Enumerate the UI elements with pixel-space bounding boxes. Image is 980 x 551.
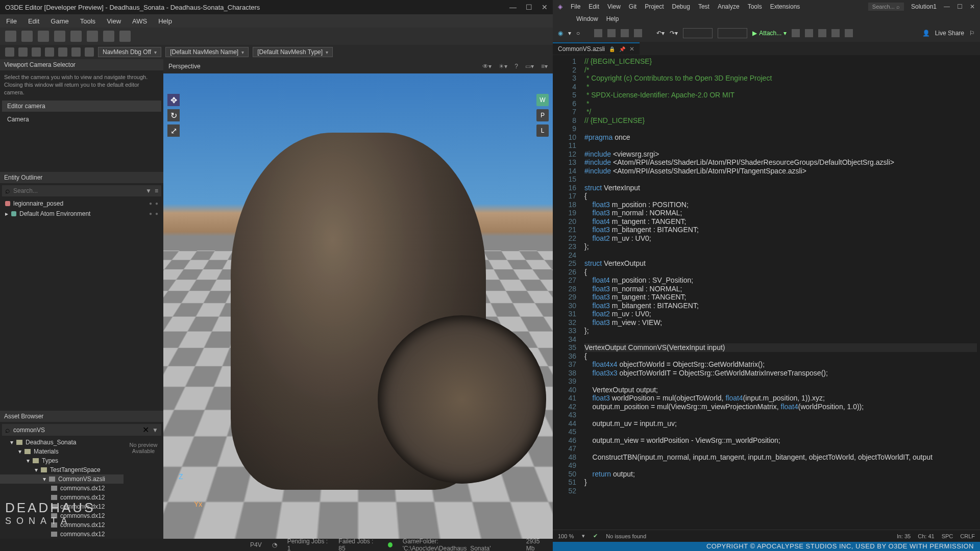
tab-commonvs[interactable]: CommonVS.azsli 🔒 📌 ✕ (553, 42, 640, 55)
maximize-icon[interactable]: ☐ (957, 3, 963, 10)
minimize-icon[interactable]: — (509, 3, 517, 11)
vp-light-icon[interactable]: ☀▾ (499, 63, 507, 70)
vs-menu-view[interactable]: View (607, 3, 621, 10)
tb-icon-d[interactable] (831, 29, 840, 37)
undo-icon[interactable]: ↶▾ (656, 30, 665, 37)
vs-menu-edit[interactable]: Edit (589, 3, 599, 10)
tb-icon-a[interactable] (792, 29, 800, 37)
vs-menu-window[interactable]: Window (576, 15, 598, 22)
attach-button[interactable]: ▶ Attach... ▾ (752, 30, 787, 37)
close-icon[interactable]: ✕ (542, 3, 548, 11)
asset-tree-row[interactable]: ▾Deadhaus_Sonata (0, 438, 124, 447)
tb-icon-c[interactable] (818, 29, 826, 37)
vs-menu-debug[interactable]: Debug (672, 3, 690, 10)
minimize-icon[interactable]: — (944, 3, 950, 10)
code-editor[interactable]: 1234567891011121314151617181920212223242… (553, 55, 980, 530)
vp-aspect-icon[interactable]: ▭▾ (525, 63, 534, 70)
outliner-row-atom-env[interactable]: ▸ Default Atom Environment ●● (0, 209, 163, 219)
tab-close-icon[interactable]: ✕ (629, 45, 634, 53)
vs-menu-help[interactable]: Help (606, 15, 619, 22)
platform-combo[interactable] (718, 28, 747, 38)
vp-w-button[interactable]: W (536, 94, 549, 106)
tb-icon-b[interactable] (805, 29, 813, 37)
navmesh-dbg-combo[interactable]: NavMesh Dbg Off (98, 47, 161, 57)
menu-view[interactable]: View (107, 17, 121, 25)
nav-icon5[interactable] (58, 47, 67, 57)
vp-help-icon[interactable]: ? (514, 63, 518, 70)
menu-aws[interactable]: AWS (132, 17, 147, 25)
navmesh-type-combo[interactable]: [Default NavMesh Type] (253, 47, 333, 57)
nav-back-icon[interactable]: ◉ (558, 30, 563, 37)
filter-icon[interactable]: ▼ (145, 187, 152, 194)
redo-icon[interactable]: ↷▾ (670, 30, 678, 37)
vs-solution-label[interactable]: Solution1 (911, 3, 937, 10)
nav-icon2[interactable] (18, 47, 28, 57)
tool-search-icon[interactable] (119, 31, 131, 42)
vs-menu-bar: ◈ File Edit View Git Project Debug Test … (553, 0, 980, 13)
camera-item-editor[interactable]: Editor camera (2, 101, 161, 112)
nav-icon7[interactable] (85, 47, 94, 57)
open-icon[interactable] (607, 29, 616, 37)
vp-p-button[interactable]: P (536, 109, 549, 121)
tool-cursor-icon[interactable] (5, 31, 16, 42)
tool-grid-icon[interactable] (70, 31, 82, 42)
gizmo-move-icon[interactable]: ✥ (167, 94, 180, 106)
clear-icon[interactable]: ✕ (142, 425, 149, 435)
saveall-icon[interactable] (634, 29, 642, 37)
asset-tree-row[interactable]: ▾CommonVS.azsli (0, 474, 124, 484)
vs-menu-test[interactable]: Test (698, 3, 709, 10)
nav-icon3[interactable] (32, 47, 41, 57)
menu-game[interactable]: Game (51, 17, 68, 25)
vs-menu-git[interactable]: Git (629, 3, 636, 10)
vs-menu-extensions[interactable]: Extensions (770, 3, 800, 10)
asset-tree-row[interactable]: ▾Types (0, 456, 124, 465)
gizmo-scale-icon[interactable]: ⤢ (167, 124, 180, 137)
asset-tree-row[interactable]: ▾Materials (0, 447, 124, 456)
asset-tree-row[interactable]: commonvs.dx12 (0, 484, 124, 493)
nav-fwd-icon[interactable]: ○ (576, 30, 580, 37)
tool-snap-icon[interactable] (87, 31, 98, 42)
tool-redo-icon[interactable] (54, 31, 65, 42)
feedback-icon[interactable]: ⚐ (969, 30, 975, 37)
asset-tree-row[interactable]: commonvs.dx12 (0, 530, 124, 539)
vs-menu-analyze[interactable]: Analyze (718, 3, 740, 10)
tool-save-icon[interactable] (21, 31, 33, 42)
viewport-canvas[interactable]: ✥ ↻ ⤢ W P L Z Yx (163, 73, 553, 539)
nav-icon[interactable] (5, 47, 14, 57)
vs-menu-file[interactable]: File (571, 3, 580, 10)
menu-tools[interactable]: Tools (80, 17, 95, 25)
vs-menu-tools[interactable]: Tools (748, 3, 762, 10)
liveshare-icon[interactable]: 👤 (922, 30, 930, 37)
vp-menu-icon[interactable]: ≡▾ (541, 63, 548, 70)
outliner-row-legionnaire[interactable]: legionnaire_posed ●● (0, 198, 163, 209)
config-combo[interactable] (683, 28, 713, 38)
maximize-icon[interactable]: ☐ (526, 3, 532, 11)
pin-icon[interactable]: 📌 (619, 46, 625, 52)
nav-icon6[interactable] (71, 47, 81, 57)
menu-icon[interactable]: ≡ (155, 187, 158, 194)
zoom-level[interactable]: 100 % (558, 533, 574, 539)
navmesh-name-combo[interactable]: [Default NavMesh Name] (165, 47, 249, 57)
vs-search-input[interactable]: Search... ⌕ (868, 3, 904, 11)
camera-item-camera[interactable]: Camera (2, 114, 161, 125)
vs-menu-project[interactable]: Project (645, 3, 664, 10)
tool-undo-icon[interactable] (38, 31, 49, 42)
tool-globe-icon[interactable] (103, 31, 114, 42)
menu-help[interactable]: Help (158, 17, 172, 25)
asset-search-input[interactable] (13, 427, 139, 434)
vp-l-button[interactable]: L (536, 124, 549, 137)
gizmo-rotate-icon[interactable]: ↻ (167, 109, 180, 121)
menu-edit[interactable]: Edit (28, 17, 39, 25)
save-icon[interactable] (621, 29, 629, 37)
menu-file[interactable]: File (6, 17, 17, 25)
new-icon[interactable] (594, 29, 602, 37)
vp-camera-icon[interactable]: 👁▾ (482, 63, 492, 70)
tb-icon-e[interactable] (845, 29, 853, 37)
nav-icon4[interactable] (45, 47, 54, 57)
outliner-search-input[interactable] (13, 187, 142, 194)
liveshare-button[interactable]: Live Share (935, 30, 964, 37)
asset-tree-row[interactable]: ▾TestTangentSpace (0, 465, 124, 474)
status-ln: ln: 35 (897, 533, 911, 539)
close-icon[interactable]: ✕ (970, 3, 975, 10)
filter-icon[interactable]: ▼ (152, 427, 158, 434)
